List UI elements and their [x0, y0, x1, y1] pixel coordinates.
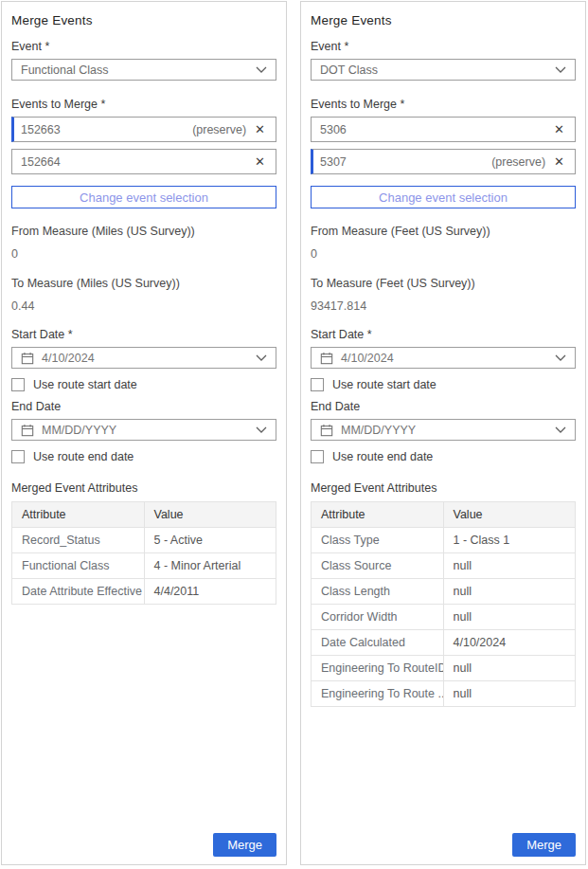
attribute-cell: Date Calculated [312, 630, 444, 656]
attribute-column-header: Attribute [312, 502, 444, 528]
to-measure-label: To Measure (Miles (US Survey)) [11, 277, 276, 290]
end-date-picker[interactable]: MM/DD/YYYY [311, 419, 576, 441]
table-row: Engineering To Route ... null [312, 681, 576, 707]
event-to-merge-input[interactable]: 5307 (preserve) ✕ [311, 149, 576, 174]
preserve-badge: (preserve) [192, 123, 246, 136]
merged-event-attributes-title: Merged Event Attributes [11, 481, 276, 495]
merge-events-page: Merge Events Event * Functional Class Ev… [0, 0, 588, 865]
start-date-label: Start Date * [311, 328, 576, 341]
chevron-down-icon [256, 354, 267, 361]
remove-event-icon[interactable]: ✕ [552, 122, 566, 136]
table-row: Class Type 1 - Class 1 [312, 528, 576, 553]
table-row: Class Source null [312, 553, 576, 579]
attribute-cell: Class Type [312, 528, 444, 553]
start-date-picker[interactable]: 4/10/2024 [11, 347, 276, 369]
table-header-row: Attribute Value [12, 502, 276, 528]
events-to-merge-list: 5306 ✕ 5307 (preserve) ✕ [311, 117, 576, 174]
attribute-cell: Engineering To RouteID [312, 656, 444, 681]
table-row: Record_Status 5 - Active [12, 528, 276, 553]
use-route-end-date-label: Use route end date [332, 450, 433, 463]
start-date-picker[interactable]: 4/10/2024 [311, 347, 576, 369]
events-to-merge-list: 152663 (preserve) ✕ 152664 ✕ [11, 117, 276, 174]
calendar-icon [320, 352, 333, 365]
panel-title: Merge Events [311, 13, 576, 27]
end-date-placeholder: MM/DD/YYYY [341, 424, 416, 437]
use-route-start-date-label: Use route start date [332, 378, 437, 391]
use-route-end-date-label: Use route end date [33, 450, 134, 463]
from-measure-label: From Measure (Feet (US Survey)) [311, 225, 576, 238]
event-select[interactable]: DOT Class [311, 59, 576, 81]
event-to-merge-input[interactable]: 152663 (preserve) ✕ [11, 117, 276, 142]
calendar-icon [320, 424, 333, 437]
table-row: Date Calculated 4/10/2024 [312, 630, 576, 656]
to-measure-value: 93417.814 [311, 299, 576, 313]
start-date-value: 4/10/2024 [42, 352, 95, 365]
use-route-start-date-checkbox[interactable] [311, 378, 324, 391]
events-to-merge-label: Events to Merge * [311, 98, 576, 111]
value-cell: null [443, 579, 576, 605]
value-cell: null [443, 605, 576, 630]
value-cell: null [443, 553, 576, 579]
to-measure-value: 0.44 [11, 299, 276, 313]
use-route-end-date-row: Use route end date [11, 450, 276, 463]
value-cell: 5 - Active [144, 528, 276, 553]
attribute-cell: Class Source [312, 553, 444, 579]
attribute-cell: Corridor Width [312, 605, 444, 630]
event-id-value: 152663 [21, 123, 61, 136]
remove-event-icon[interactable]: ✕ [253, 122, 267, 136]
table-row: Functional Class 4 - Minor Arterial [12, 553, 276, 579]
remove-event-icon[interactable]: ✕ [253, 154, 267, 169]
start-date-value: 4/10/2024 [341, 352, 394, 365]
value-column-header: Value [443, 502, 576, 528]
chevron-down-icon [555, 66, 566, 73]
table-row: Class Length null [312, 579, 576, 605]
value-column-header: Value [144, 502, 276, 528]
value-cell: 4 - Minor Arterial [144, 553, 276, 579]
from-measure-value: 0 [311, 247, 576, 261]
from-measure-label: From Measure (Miles (US Survey)) [11, 225, 276, 238]
remove-event-icon[interactable]: ✕ [552, 154, 566, 169]
value-cell: 4/4/2011 [144, 579, 276, 605]
event-label: Event * [311, 40, 576, 53]
end-date-label: End Date [11, 400, 276, 413]
chevron-down-icon [256, 426, 267, 433]
table-row: Date Attribute Effective 4/4/2011 [12, 579, 276, 605]
event-id-value: 5307 [320, 155, 347, 169]
attribute-cell: Record_Status [12, 528, 145, 553]
event-to-merge-input[interactable]: 152664 ✕ [11, 149, 276, 174]
end-date-picker[interactable]: MM/DD/YYYY [11, 419, 276, 441]
merged-event-attributes-title: Merged Event Attributes [311, 481, 576, 495]
from-measure-value: 0 [11, 247, 276, 261]
end-date-label: End Date [311, 400, 576, 413]
event-select-value: DOT Class [320, 63, 378, 77]
panel-title: Merge Events [11, 13, 276, 27]
attribute-cell: Engineering To Route ... [312, 681, 444, 707]
attribute-cell: Functional Class [12, 553, 145, 579]
use-route-start-date-row: Use route start date [11, 378, 276, 391]
chevron-down-icon [555, 426, 566, 433]
event-to-merge-input[interactable]: 5306 ✕ [311, 117, 576, 142]
calendar-icon [21, 424, 34, 437]
event-select-value: Functional Class [21, 63, 108, 77]
end-date-placeholder: MM/DD/YYYY [42, 424, 116, 437]
attribute-cell: Class Length [312, 579, 444, 605]
use-route-start-date-checkbox[interactable] [11, 378, 25, 391]
change-event-selection-button[interactable]: Change event selection [311, 186, 576, 208]
merged-attributes-table: Attribute Value Class Type 1 - Class 1 C… [311, 501, 576, 707]
value-cell: null [443, 656, 576, 681]
event-id-value: 5306 [320, 123, 347, 136]
change-event-selection-button[interactable]: Change event selection [11, 186, 276, 208]
attribute-cell: Date Attribute Effective [12, 579, 145, 605]
merge-events-panel-left: Merge Events Event * Functional Class Ev… [1, 1, 287, 865]
merge-button[interactable]: Merge [213, 833, 276, 857]
use-route-end-date-checkbox[interactable] [311, 450, 324, 463]
use-route-end-date-checkbox[interactable] [11, 450, 25, 463]
to-measure-label: To Measure (Feet (US Survey)) [311, 277, 576, 290]
event-select[interactable]: Functional Class [11, 59, 276, 81]
use-route-start-date-row: Use route start date [311, 378, 576, 391]
calendar-icon [21, 352, 34, 365]
attribute-column-header: Attribute [12, 502, 145, 528]
table-header-row: Attribute Value [312, 502, 576, 528]
merge-events-panel-right: Merge Events Event * DOT Class Events to… [300, 1, 586, 865]
merge-button[interactable]: Merge [512, 833, 576, 857]
